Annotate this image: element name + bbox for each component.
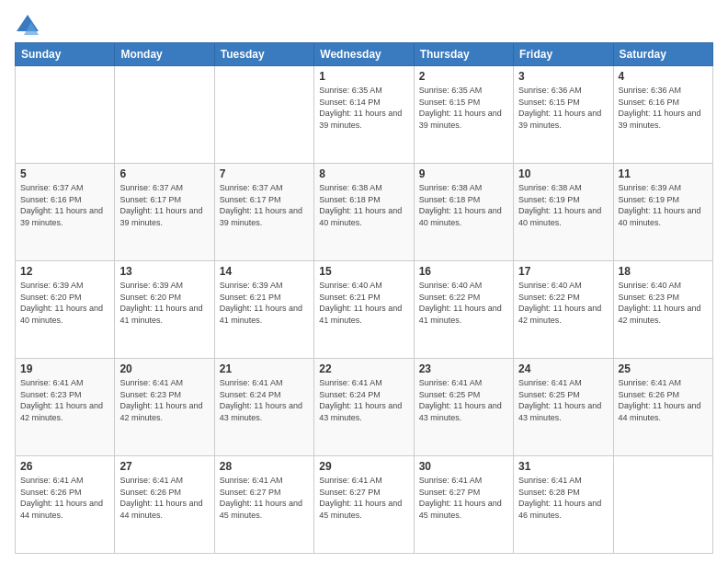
calendar-cell: 14Sunrise: 6:39 AMSunset: 6:21 PMDayligh… <box>214 261 313 359</box>
calendar-cell: 4Sunrise: 6:36 AMSunset: 6:16 PMDaylight… <box>613 66 712 164</box>
day-info: Sunrise: 6:41 AMSunset: 6:28 PMDaylight:… <box>518 475 608 521</box>
day-info: Sunrise: 6:41 AMSunset: 6:25 PMDaylight:… <box>419 377 508 423</box>
day-info: Sunrise: 6:38 AMSunset: 6:18 PMDaylight:… <box>419 182 508 228</box>
day-info: Sunrise: 6:37 AMSunset: 6:17 PMDaylight:… <box>220 182 309 228</box>
weekday-header-tuesday: Tuesday <box>214 43 313 66</box>
week-row-2: 5Sunrise: 6:37 AMSunset: 6:16 PMDaylight… <box>16 164 713 261</box>
weekday-header-friday: Friday <box>514 43 613 66</box>
calendar-cell: 27Sunrise: 6:41 AMSunset: 6:26 PMDayligh… <box>115 456 214 554</box>
calendar-table: SundayMondayTuesdayWednesdayThursdayFrid… <box>15 42 713 554</box>
calendar-cell: 15Sunrise: 6:40 AMSunset: 6:21 PMDayligh… <box>314 261 414 359</box>
calendar-cell <box>613 456 712 554</box>
week-row-5: 26Sunrise: 6:41 AMSunset: 6:26 PMDayligh… <box>16 456 713 554</box>
day-number: 26 <box>20 460 109 473</box>
calendar-cell: 20Sunrise: 6:41 AMSunset: 6:23 PMDayligh… <box>115 359 214 456</box>
day-info: Sunrise: 6:41 AMSunset: 6:25 PMDaylight:… <box>518 377 608 423</box>
day-number: 15 <box>319 265 408 278</box>
day-number: 19 <box>20 362 109 375</box>
day-number: 8 <box>319 167 408 180</box>
day-info: Sunrise: 6:40 AMSunset: 6:22 PMDaylight:… <box>518 280 608 326</box>
day-info: Sunrise: 6:41 AMSunset: 6:23 PMDaylight:… <box>119 377 209 423</box>
day-info: Sunrise: 6:35 AMSunset: 6:15 PMDaylight:… <box>419 85 508 131</box>
calendar-cell: 10Sunrise: 6:38 AMSunset: 6:19 PMDayligh… <box>514 164 613 261</box>
day-number: 10 <box>518 167 608 180</box>
calendar-cell: 16Sunrise: 6:40 AMSunset: 6:22 PMDayligh… <box>414 261 513 359</box>
calendar-body: 1Sunrise: 6:35 AMSunset: 6:14 PMDaylight… <box>16 66 713 554</box>
day-info: Sunrise: 6:41 AMSunset: 6:26 PMDaylight:… <box>619 377 708 423</box>
logo-icon <box>15 13 40 39</box>
calendar-cell: 2Sunrise: 6:35 AMSunset: 6:15 PMDaylight… <box>414 66 513 164</box>
day-info: Sunrise: 6:41 AMSunset: 6:27 PMDaylight:… <box>319 475 408 521</box>
day-number: 27 <box>119 460 209 473</box>
calendar-cell: 21Sunrise: 6:41 AMSunset: 6:24 PMDayligh… <box>214 359 313 456</box>
logo <box>15 13 42 39</box>
day-info: Sunrise: 6:35 AMSunset: 6:14 PMDaylight:… <box>319 85 408 131</box>
day-number: 30 <box>419 460 508 473</box>
day-info: Sunrise: 6:37 AMSunset: 6:16 PMDaylight:… <box>20 182 109 228</box>
week-row-4: 19Sunrise: 6:41 AMSunset: 6:23 PMDayligh… <box>16 359 713 456</box>
calendar-cell: 24Sunrise: 6:41 AMSunset: 6:25 PMDayligh… <box>514 359 613 456</box>
calendar-cell: 3Sunrise: 6:36 AMSunset: 6:15 PMDaylight… <box>514 66 613 164</box>
day-number: 9 <box>419 167 508 180</box>
day-info: Sunrise: 6:38 AMSunset: 6:18 PMDaylight:… <box>319 182 408 228</box>
day-info: Sunrise: 6:38 AMSunset: 6:19 PMDaylight:… <box>518 182 608 228</box>
day-info: Sunrise: 6:41 AMSunset: 6:27 PMDaylight:… <box>419 475 508 521</box>
weekday-header-thursday: Thursday <box>414 43 513 66</box>
calendar-cell: 22Sunrise: 6:41 AMSunset: 6:24 PMDayligh… <box>314 359 414 456</box>
day-number: 6 <box>119 167 209 180</box>
day-info: Sunrise: 6:39 AMSunset: 6:21 PMDaylight:… <box>220 280 309 326</box>
weekday-header-monday: Monday <box>115 43 214 66</box>
day-info: Sunrise: 6:39 AMSunset: 6:20 PMDaylight:… <box>119 280 209 326</box>
day-number: 22 <box>319 362 408 375</box>
calendar-cell: 18Sunrise: 6:40 AMSunset: 6:23 PMDayligh… <box>613 261 712 359</box>
day-info: Sunrise: 6:40 AMSunset: 6:22 PMDaylight:… <box>419 280 508 326</box>
weekday-row: SundayMondayTuesdayWednesdayThursdayFrid… <box>16 43 713 66</box>
calendar-cell: 23Sunrise: 6:41 AMSunset: 6:25 PMDayligh… <box>414 359 513 456</box>
day-info: Sunrise: 6:39 AMSunset: 6:20 PMDaylight:… <box>20 280 109 326</box>
calendar-cell: 28Sunrise: 6:41 AMSunset: 6:27 PMDayligh… <box>214 456 313 554</box>
page: SundayMondayTuesdayWednesdayThursdayFrid… <box>0 0 728 563</box>
calendar-cell <box>214 66 313 164</box>
day-info: Sunrise: 6:40 AMSunset: 6:23 PMDaylight:… <box>619 280 708 326</box>
calendar-cell: 6Sunrise: 6:37 AMSunset: 6:17 PMDaylight… <box>115 164 214 261</box>
day-info: Sunrise: 6:36 AMSunset: 6:16 PMDaylight:… <box>619 85 708 131</box>
weekday-header-wednesday: Wednesday <box>314 43 414 66</box>
day-number: 16 <box>419 265 508 278</box>
calendar-cell: 26Sunrise: 6:41 AMSunset: 6:26 PMDayligh… <box>16 456 115 554</box>
day-info: Sunrise: 6:41 AMSunset: 6:27 PMDaylight:… <box>220 475 309 521</box>
calendar-cell: 13Sunrise: 6:39 AMSunset: 6:20 PMDayligh… <box>115 261 214 359</box>
day-info: Sunrise: 6:41 AMSunset: 6:24 PMDaylight:… <box>220 377 309 423</box>
day-info: Sunrise: 6:41 AMSunset: 6:26 PMDaylight:… <box>20 475 109 521</box>
calendar-cell: 8Sunrise: 6:38 AMSunset: 6:18 PMDaylight… <box>314 164 414 261</box>
header <box>15 9 713 39</box>
day-info: Sunrise: 6:37 AMSunset: 6:17 PMDaylight:… <box>119 182 209 228</box>
weekday-header-saturday: Saturday <box>613 43 712 66</box>
calendar-cell: 17Sunrise: 6:40 AMSunset: 6:22 PMDayligh… <box>514 261 613 359</box>
week-row-3: 12Sunrise: 6:39 AMSunset: 6:20 PMDayligh… <box>16 261 713 359</box>
calendar-cell: 12Sunrise: 6:39 AMSunset: 6:20 PMDayligh… <box>16 261 115 359</box>
day-number: 7 <box>220 167 309 180</box>
calendar-cell <box>16 66 115 164</box>
day-number: 29 <box>319 460 408 473</box>
calendar-cell: 29Sunrise: 6:41 AMSunset: 6:27 PMDayligh… <box>314 456 414 554</box>
day-number: 3 <box>518 70 608 83</box>
calendar-cell: 1Sunrise: 6:35 AMSunset: 6:14 PMDaylight… <box>314 66 414 164</box>
calendar-cell: 5Sunrise: 6:37 AMSunset: 6:16 PMDaylight… <box>16 164 115 261</box>
day-number: 28 <box>220 460 309 473</box>
day-info: Sunrise: 6:41 AMSunset: 6:23 PMDaylight:… <box>20 377 109 423</box>
calendar-cell: 19Sunrise: 6:41 AMSunset: 6:23 PMDayligh… <box>16 359 115 456</box>
day-number: 12 <box>20 265 109 278</box>
day-number: 24 <box>518 362 608 375</box>
day-number: 2 <box>419 70 508 83</box>
day-info: Sunrise: 6:41 AMSunset: 6:26 PMDaylight:… <box>119 475 209 521</box>
calendar-cell: 9Sunrise: 6:38 AMSunset: 6:18 PMDaylight… <box>414 164 513 261</box>
calendar-cell: 25Sunrise: 6:41 AMSunset: 6:26 PMDayligh… <box>613 359 712 456</box>
weekday-header-sunday: Sunday <box>16 43 115 66</box>
day-number: 17 <box>518 265 608 278</box>
calendar-cell: 30Sunrise: 6:41 AMSunset: 6:27 PMDayligh… <box>414 456 513 554</box>
calendar-cell: 7Sunrise: 6:37 AMSunset: 6:17 PMDaylight… <box>214 164 313 261</box>
day-number: 21 <box>220 362 309 375</box>
day-number: 4 <box>619 70 708 83</box>
day-number: 31 <box>518 460 608 473</box>
day-number: 11 <box>619 167 708 180</box>
